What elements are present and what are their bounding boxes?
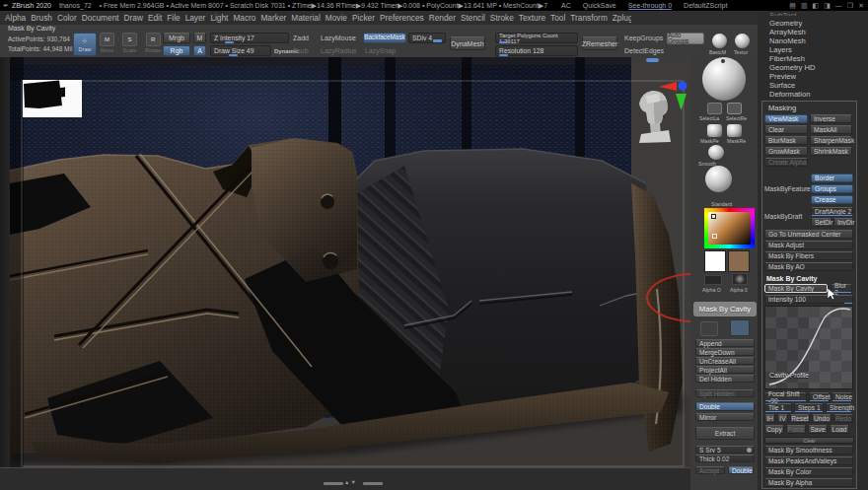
masking-mask-by-color[interactable]: Mask By Color: [764, 467, 853, 476]
extract-button[interactable]: Extract: [695, 427, 755, 440]
screen2-icon[interactable]: ▥: [801, 2, 808, 10]
blurmask-button[interactable]: BlurMask: [764, 136, 808, 145]
screen-icon[interactable]: ▤: [789, 2, 796, 10]
detectedges-button[interactable]: DetectEdges: [624, 47, 664, 54]
menu-stroke[interactable]: Stroke: [490, 13, 514, 23]
curve-redo-button[interactable]: Redo: [833, 414, 853, 423]
stroke-icon[interactable]: [700, 321, 718, 336]
invdir-button[interactable]: InvDir: [833, 218, 853, 227]
intensity-slider[interactable]: Intensity 100: [764, 295, 853, 304]
goto-unmasked-button[interactable]: Go To Unmasked Center: [764, 230, 853, 239]
menu-color[interactable]: Color: [57, 13, 77, 23]
palette-right-icon[interactable]: ◨: [824, 2, 831, 10]
masking-mask-by-smoothness[interactable]: Mask By Smoothness: [764, 446, 853, 455]
slider-offset[interactable]: Offset: [809, 392, 830, 401]
smooth-brush-thumb[interactable]: [708, 145, 724, 160]
masking-mask-by-alpha[interactable]: Mask By Alpha: [764, 478, 853, 487]
lazysnap-slider[interactable]: LazySnap: [365, 47, 396, 54]
mrgb-button[interactable]: Mrgb: [163, 33, 190, 43]
texture-off-thumb[interactable]: [704, 275, 722, 285]
alpha-thumb[interactable]: [732, 273, 748, 285]
color-picker[interactable]: [704, 208, 755, 248]
menu-document[interactable]: Document: [82, 13, 119, 23]
resolution-slider[interactable]: Resolution 128: [495, 45, 578, 56]
crease-button[interactable]: Crease: [811, 195, 853, 204]
tray-handle-right[interactable]: [363, 482, 383, 485]
rgb-button[interactable]: Rgb: [163, 45, 190, 56]
slider-tile-1[interactable]: Tile 1: [764, 403, 792, 412]
splithidden-button[interactable]: Split Hidden: [695, 389, 755, 397]
zsub-button[interactable]: Zsub: [293, 47, 309, 54]
menu-draw[interactable]: Draw: [124, 13, 143, 23]
menu-tool[interactable]: Tool: [550, 13, 565, 23]
mirror-button[interactable]: Mirror: [695, 413, 755, 421]
menu-edit[interactable]: Edit: [148, 13, 162, 23]
sharpenmask-button[interactable]: SharpenMask: [810, 136, 852, 145]
subtool-partial[interactable]: SubTool: [769, 11, 868, 16]
polyframe-icon[interactable]: [730, 319, 750, 336]
see-through-slider[interactable]: See-through 0: [628, 2, 672, 10]
menu-marker[interactable]: Marker: [260, 13, 286, 23]
lazyradius-slider[interactable]: LazyRadius: [321, 47, 357, 54]
border-button[interactable]: Border: [811, 174, 853, 182]
inverse-button[interactable]: Inverse: [810, 114, 852, 123]
current-tool-thumb[interactable]: [702, 57, 746, 101]
curve-copy-button[interactable]: Copy: [764, 425, 784, 434]
menu-preferences[interactable]: Preferences: [380, 13, 424, 23]
masking-mask-by-fibers[interactable]: Mask By Fibers: [764, 251, 853, 260]
double2-button[interactable]: Double: [728, 466, 754, 474]
palette-item-layers[interactable]: Layers: [769, 45, 868, 52]
mask-pen-icon[interactable]: [707, 124, 722, 137]
target-polygons-slider[interactable]: Target Polygons Count 1.29117: [495, 33, 578, 43]
slider-focal-shift--90[interactable]: Focal Shift -90: [764, 392, 807, 401]
basic-material-thumb[interactable]: [712, 34, 727, 48]
s-smt-slider[interactable]: S Srv 5: [695, 446, 755, 454]
mask-rect-icon[interactable]: [727, 124, 742, 137]
palette-item-deformation[interactable]: Deformation: [769, 90, 868, 97]
curve-reset-button[interactable]: Reset: [790, 414, 810, 423]
masking-mask-adjust[interactable]: Mask Adjust: [764, 241, 853, 249]
autogroups-button[interactable]: Auto Groups: [667, 33, 704, 44]
select-lasso-icon[interactable]: [707, 103, 722, 114]
maskall-button[interactable]: MaskAll: [810, 125, 852, 134]
cavity-profile-curve[interactable]: Cavity Profile: [764, 306, 853, 389]
quicksave-button[interactable]: QuickSave: [583, 2, 616, 9]
curve-paste-button[interactable]: Paste: [786, 425, 806, 434]
curve-save-button[interactable]: Save: [808, 425, 828, 434]
shrinkmask-button[interactable]: ShrinkMask: [810, 147, 852, 156]
clear-bar[interactable]: Clear: [764, 437, 854, 444]
axis-z-dot[interactable]: [679, 82, 687, 91]
menu-macro[interactable]: Macro: [233, 13, 255, 23]
minimize-button[interactable]: —: [835, 2, 842, 9]
menu-stencil[interactable]: Stencil: [461, 13, 485, 23]
ac-button[interactable]: AC: [561, 2, 571, 9]
curve-ih-button[interactable]: IH: [764, 414, 775, 423]
palette-item-geometry[interactable]: Geometry: [769, 19, 868, 26]
draftangle-slider[interactable]: DraftAngle 2: [811, 207, 853, 216]
dynamesh-button[interactable]: DynaMesh: [450, 36, 485, 50]
mask-by-cavity-button[interactable]: Mask By Cavity: [764, 284, 828, 293]
viewport-3d[interactable]: [10, 57, 690, 467]
zadd-button[interactable]: Zadd: [293, 35, 309, 41]
curve-iv-button[interactable]: IV: [777, 414, 788, 423]
sdiv-slider[interactable]: SDiv 4: [408, 33, 446, 43]
append-button[interactable]: Append: [695, 339, 755, 347]
palette-item-fibermesh[interactable]: FiberMesh: [769, 54, 868, 61]
groups-button[interactable]: Groups: [811, 184, 853, 193]
toolbar-scroll-handle[interactable]: [646, 58, 659, 62]
tray-handle-left[interactable]: [324, 482, 343, 485]
swatch-main-color[interactable]: [704, 250, 726, 272]
draw-size-slider[interactable]: Draw Size 49: [210, 45, 271, 56]
slider-strength[interactable]: Strength: [826, 403, 852, 412]
masking-mask-by-ao[interactable]: Mask By AO: [764, 262, 853, 271]
select-rect-icon[interactable]: [727, 103, 742, 114]
menu-alpha[interactable]: Alpha: [5, 13, 26, 23]
rotate-button[interactable]: R Rotate: [145, 33, 161, 53]
menu-transform[interactable]: Transform: [570, 13, 608, 23]
menu-light[interactable]: Light: [210, 13, 228, 23]
palette-left-icon[interactable]: ◧: [813, 2, 820, 10]
backfacemask-button[interactable]: BackfaceMask: [363, 33, 406, 43]
menu-picker[interactable]: Picker: [352, 13, 375, 23]
palette-item-nanomesh[interactable]: NanoMesh: [769, 36, 868, 43]
delhidden-button[interactable]: Del Hidden: [695, 375, 755, 383]
